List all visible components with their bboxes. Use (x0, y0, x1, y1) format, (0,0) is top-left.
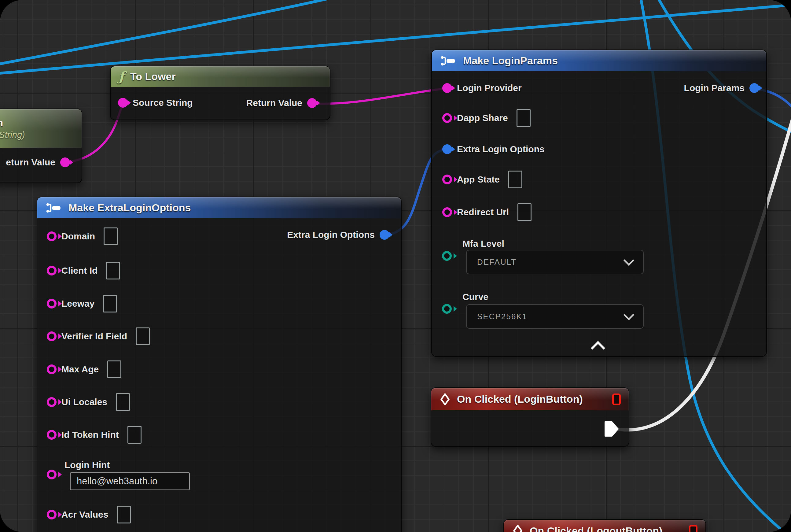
enum-input-pin[interactable] (442, 304, 452, 314)
event-diamond-icon (439, 393, 451, 405)
node-make-login-params-header[interactable]: Make LoginParams (432, 50, 766, 71)
string-input-pin[interactable] (47, 397, 57, 407)
pin-label-max-age: Max Age (61, 364, 99, 375)
node-subtitle: ox (String) (0, 130, 25, 140)
exec-output-pin[interactable] (604, 419, 619, 438)
struct-input-pin[interactable] (442, 144, 452, 154)
curve-label: Curve (462, 292, 488, 302)
login-hint-value: hello@web3auth.io (77, 476, 157, 487)
pin-label-leeway: Leeway (61, 299, 94, 309)
pin-label-login-hint: Login Hint (64, 460, 110, 470)
mfa-level-label: Mfa Level (462, 239, 504, 249)
redirect-url-checkbox[interactable] (518, 203, 532, 221)
function-f-icon: ƒ (119, 70, 124, 83)
screenshot-stage: tion ox (String) eturn Value ƒ To Lower … (0, 0, 791, 532)
pin-label-extra-login-options-in: Extra Login Options (457, 144, 545, 154)
node-title: Make LoginParams (463, 55, 558, 66)
verifier-id-field-checkbox[interactable] (136, 327, 150, 345)
pin-label-ui-locales: Ui Locales (61, 397, 107, 407)
pin-label-return-value: Return Value (246, 98, 302, 108)
acr-values-checkbox[interactable] (117, 506, 131, 524)
mfa-level-dropdown[interactable]: DEFAULT (466, 250, 644, 274)
chevron-down-icon (623, 255, 634, 266)
node-on-clicked-logout-header[interactable]: On Clicked (LogoutButton) (504, 520, 706, 532)
bound-event-icon[interactable] (689, 525, 697, 532)
mfa-level-value: DEFAULT (477, 258, 517, 267)
wire-string-tolower-to-provider[interactable] (310, 88, 446, 103)
node-title: Make ExtraLoginOptions (69, 202, 191, 214)
pin-label-extra-login-options-out: Extra Login Options (287, 230, 375, 240)
wire-cyan-top-1[interactable] (0, 0, 333, 64)
string-input-pin[interactable] (118, 98, 128, 108)
curve-value: SECP256K1 (477, 312, 527, 321)
max-age-checkbox[interactable] (107, 360, 121, 378)
node-on-clicked-logout-button[interactable]: On Clicked (LogoutButton) (503, 519, 706, 532)
string-input-pin[interactable] (47, 470, 57, 479)
node-title: tion (0, 117, 3, 129)
string-input-pin[interactable] (47, 331, 57, 341)
graph-canvas[interactable]: tion ox (String) eturn Value ƒ To Lower … (0, 0, 791, 532)
string-input-pin[interactable] (442, 175, 452, 184)
node-title: To Lower (130, 71, 176, 82)
pin-label-domain: Domain (61, 231, 95, 242)
string-input-pin[interactable] (47, 231, 57, 241)
pin-label-redirect-url: Redirect Url (457, 207, 509, 217)
struct-output-pin[interactable] (749, 83, 759, 93)
string-input-pin[interactable] (47, 266, 57, 276)
pin-label-app-state: App State (457, 174, 500, 185)
node-on-clicked-login-button[interactable]: On Clicked (LoginButton) (431, 387, 629, 447)
bound-event-icon[interactable] (612, 394, 621, 405)
make-struct-icon (45, 202, 62, 214)
dapp-share-checkbox[interactable] (517, 109, 530, 127)
pin-label-verifier-id-field: Verifier Id Field (61, 331, 127, 342)
string-input-pin[interactable] (442, 207, 452, 217)
node-make-extra-login-options-header[interactable]: Make ExtraLoginOptions (37, 197, 401, 218)
curve-dropdown[interactable]: SECP256K1 (466, 304, 644, 329)
pin-label-dapp-share: Dapp Share (457, 113, 508, 123)
leeway-checkbox[interactable] (103, 295, 117, 312)
pin-label-client-id: Client Id (61, 265, 97, 276)
pin-label-login-provider: Login Provider (457, 83, 522, 93)
pin-label-login-params-out: Login Params (684, 83, 745, 93)
node-text-box-partial[interactable]: tion ox (String) (0, 109, 82, 183)
make-struct-icon (440, 54, 457, 67)
string-input-pin[interactable] (47, 299, 57, 308)
pin-label-id-token-hint: Id Token Hint (61, 430, 119, 440)
node-to-lower-header[interactable]: ƒ To Lower (111, 66, 330, 87)
pin-label-source-string: Source String (133, 97, 193, 108)
string-output-pin[interactable] (60, 157, 70, 167)
ui-locales-checkbox[interactable] (116, 393, 130, 411)
string-output-pin[interactable] (307, 98, 317, 108)
domain-checkbox[interactable] (103, 227, 118, 245)
node-title: On Clicked (LoginButton) (457, 393, 583, 405)
node-on-clicked-login-header[interactable]: On Clicked (LoginButton) (431, 388, 629, 410)
node-to-lower[interactable]: ƒ To Lower (110, 66, 330, 120)
string-input-pin[interactable] (47, 364, 57, 374)
string-input-pin[interactable] (442, 113, 452, 123)
string-input-pin[interactable] (47, 430, 57, 440)
event-diamond-icon (512, 525, 524, 532)
string-input-pin[interactable] (47, 510, 57, 519)
struct-output-pin[interactable] (380, 230, 389, 240)
chevron-down-icon (623, 309, 634, 320)
pin-label-acr-values: Acr Values (61, 509, 108, 520)
login-hint-input[interactable]: hello@web3auth.io (70, 472, 190, 490)
node-text-box-header[interactable]: tion ox (String) (0, 109, 82, 148)
app-state-checkbox[interactable] (508, 171, 522, 188)
client-id-checkbox[interactable] (106, 262, 120, 280)
string-input-pin[interactable] (442, 83, 452, 93)
node-title: On Clicked (LogoutButton) (530, 525, 662, 532)
enum-input-pin[interactable] (442, 251, 452, 261)
id-token-hint-checkbox[interactable] (128, 426, 141, 444)
pin-label-return-value-partial: eturn Value (6, 157, 55, 168)
